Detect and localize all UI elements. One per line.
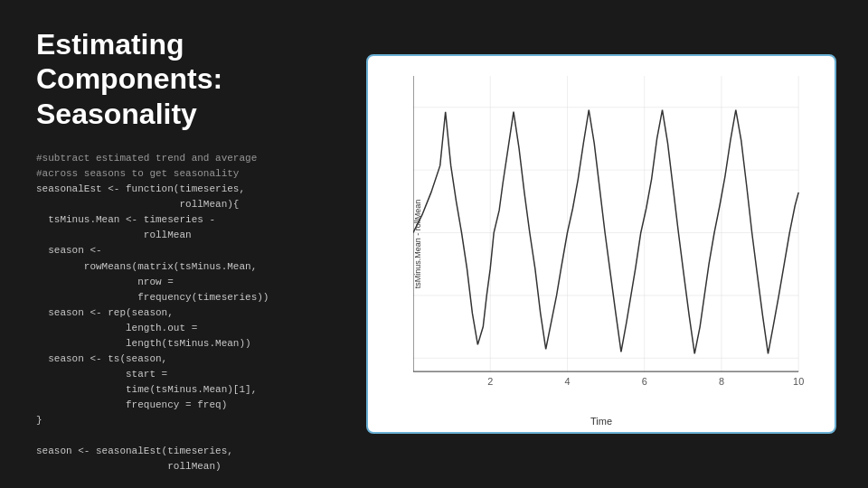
code-block: #subtract estimated trend and average #a… xyxy=(36,151,316,474)
svg-text:6: 6 xyxy=(642,376,647,387)
chart-container: tsMinus.Mean - rollMean Time 1.0 0.5 0.0 xyxy=(366,54,836,434)
y-axis-label: tsMinus.Mean - rollMean xyxy=(413,200,422,289)
arrow-left xyxy=(366,224,368,264)
chart-svg: 1.0 0.5 0.0 -0.5 -1.0 2 4 6 8 10 xyxy=(413,70,816,396)
x-axis-label: Time xyxy=(590,416,612,427)
svg-text:8: 8 xyxy=(719,376,724,387)
svg-text:4: 4 xyxy=(564,376,570,387)
svg-text:2: 2 xyxy=(487,376,493,387)
code-comment-1: #subtract estimated trend and average #a… xyxy=(36,153,257,179)
right-panel: tsMinus.Mean - rollMean Time 1.0 0.5 0.0 xyxy=(344,0,868,488)
slide-title: Estimating Components: Seasonality xyxy=(36,27,316,131)
svg-text:10: 10 xyxy=(793,376,804,387)
left-panel: Estimating Components: Seasonality #subt… xyxy=(0,0,344,488)
slide: Estimating Components: Seasonality #subt… xyxy=(0,0,868,488)
